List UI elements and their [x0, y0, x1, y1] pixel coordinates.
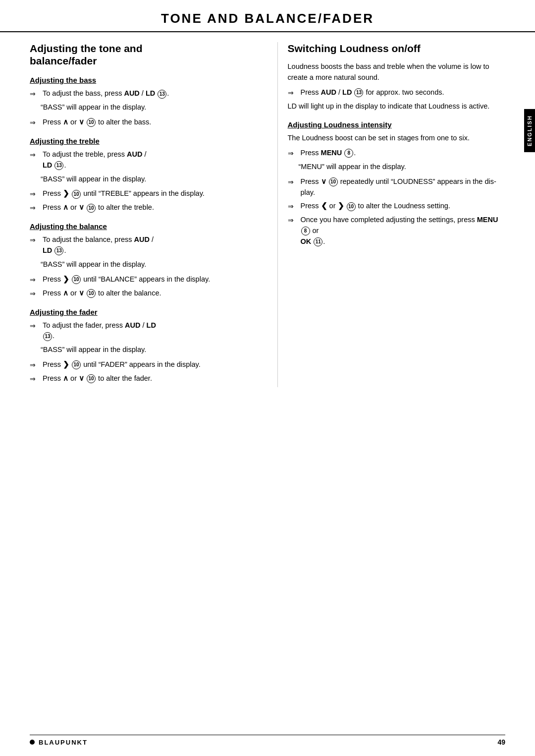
bass-bullet-2: ⇒ Press ∧ or ∨ 10 to alter the bass.	[30, 117, 248, 128]
subsection-title-treble: Adjusting the treble	[30, 137, 248, 145]
subsection-bass: Adjusting the bass ⇒ To adjust the bass,…	[30, 76, 248, 128]
treble-plain-1: “BASS” will appear in the display.	[30, 174, 248, 185]
loudness-bullet-1: ⇒ Press AUD / LD 13 for approx. two seco…	[288, 87, 506, 98]
subsection-title-bass: Adjusting the bass	[30, 76, 248, 84]
fader-plain-1: “BASS” will appear in the display.	[30, 345, 248, 355]
page-footer: BLAUPUNKT 49	[30, 735, 505, 746]
circle-10f: 10	[72, 360, 81, 369]
arrow-icon-13: ⇒	[288, 148, 299, 159]
fader-bullet-2: ⇒ Press ❯ 10 until “FADER” appears in th…	[30, 359, 248, 370]
circle-10: 10	[87, 118, 96, 127]
balance-bullet-2: ⇒ Press ❯ 10 until “BALANCE” ap­pears in…	[30, 274, 248, 285]
right-column: Switching Loudness on/off Loudness boost…	[277, 42, 506, 387]
fader-bullet-3: ⇒ Press ∧ or ∨ 10 to alter the fader.	[30, 373, 248, 384]
subsection-title-loudness: Adjusting Loudness intensity	[288, 120, 506, 129]
circle-13c: 13	[54, 246, 63, 255]
circle-13d: 13	[43, 332, 52, 341]
arrow-icon-11: ⇒	[30, 374, 41, 384]
page-title: TONE AND BALANCE/FADER	[30, 11, 505, 26]
loudness-plain-1: LD will light up in the display to indic…	[288, 101, 506, 112]
treble-bullet-2: ⇒ Press ❯ 10 until “TREBLE” ap­pears in …	[30, 188, 248, 199]
arrow-icon-8: ⇒	[30, 289, 41, 299]
arrow-icon-15: ⇒	[288, 201, 299, 212]
circle-8: 8	[344, 149, 353, 158]
circle-10g: 10	[87, 374, 96, 383]
subsection-title-balance: Adjusting the balance	[30, 222, 248, 231]
arrow-icon-3: ⇒	[30, 150, 41, 160]
page-header: TONE AND BALANCE/FADER	[0, 0, 535, 32]
subsection-balance: Adjusting the balance ⇒ To adjust the ba…	[30, 222, 248, 298]
balance-plain-1: “BASS” will appear in the display.	[30, 259, 248, 270]
subsection-loudness-intensity: Adjusting Loudness intensity The Loudnes…	[288, 120, 506, 247]
circle-8b: 8	[301, 227, 310, 235]
arrow-icon-16: ⇒	[288, 215, 299, 226]
footer-dot	[30, 740, 35, 745]
right-section-title: Switching Loudness on/off	[288, 42, 506, 55]
balance-bullet-3: ⇒ Press ∧ or ∨ 10 to alter the bal­ance.	[30, 288, 248, 299]
arrow-icon-2: ⇒	[30, 117, 41, 128]
intensity-bullet-3: ⇒ Press ❮ or ❯ 10 to alter the Loud­ness…	[288, 201, 506, 212]
arrow-icon-14: ⇒	[288, 177, 299, 187]
circle-10b: 10	[72, 190, 81, 199]
footer-brand: BLAUPUNKT	[39, 739, 88, 746]
bass-bullet-1: ⇒ To adjust the bass, press AUD / LD 13.	[30, 88, 248, 99]
circle-13e: 13	[354, 88, 363, 97]
intensity-plain-1: “MENU” will appear in the display.	[288, 162, 506, 173]
treble-bullet-3: ⇒ Press ∧ or ∨ 10 to alter the treble.	[30, 202, 248, 213]
left-section-title: Adjusting the tone and balance/fader	[30, 42, 248, 67]
intensity-bullet-1: ⇒ Press MENU 8.	[288, 148, 506, 159]
footer-page-number: 49	[497, 738, 505, 746]
footer-logo: BLAUPUNKT	[30, 739, 88, 746]
arrow-icon-7: ⇒	[30, 275, 41, 285]
balance-bullet-1: ⇒ To adjust the balance, press AUD /LD 1…	[30, 234, 248, 256]
fader-bullet-1: ⇒ To adjust the fader, press AUD / LD13.	[30, 320, 248, 342]
subsection-fader: Adjusting the fader ⇒ To adjust the fade…	[30, 308, 248, 384]
arrow-icon-12: ⇒	[288, 88, 299, 98]
loudness-intensity-intro: The Loudness boost can be set in stages …	[288, 133, 506, 144]
intensity-bullet-4: ⇒ Once you have completed adjust­ing the…	[288, 215, 506, 247]
arrow-icon: ⇒	[30, 89, 41, 99]
arrow-icon-4: ⇒	[30, 189, 41, 199]
circle-10i: 10	[347, 202, 356, 211]
arrow-icon-10: ⇒	[30, 360, 41, 370]
arrow-icon-6: ⇒	[30, 235, 41, 245]
subsection-treble: Adjusting the treble ⇒ To adjust the tre…	[30, 137, 248, 213]
bass-plain-1: “BASS” will appear in the display.	[30, 102, 248, 113]
circle-11: 11	[314, 237, 322, 246]
arrow-icon-9: ⇒	[30, 321, 41, 331]
arrow-icon-5: ⇒	[30, 203, 41, 213]
loudness-intro: Loudness boosts the bass and treble when…	[288, 61, 506, 83]
treble-bullet-1: ⇒ To adjust the treble, press AUD /LD 13…	[30, 149, 248, 171]
circle-10d: 10	[72, 275, 81, 284]
circle-10c: 10	[87, 204, 96, 213]
circle-13b: 13	[54, 161, 63, 170]
circle-10h: 10	[329, 177, 338, 186]
intensity-bullet-2: ⇒ Press ∨ 10 repeatedly until “LOUDNESS”…	[288, 176, 506, 198]
circle-13: 13	[158, 90, 166, 99]
english-tab: ENGLISH	[524, 109, 535, 152]
left-column: Adjusting the tone and balance/fader Adj…	[30, 42, 258, 387]
subsection-title-fader: Adjusting the fader	[30, 308, 248, 316]
circle-10e: 10	[87, 289, 96, 298]
